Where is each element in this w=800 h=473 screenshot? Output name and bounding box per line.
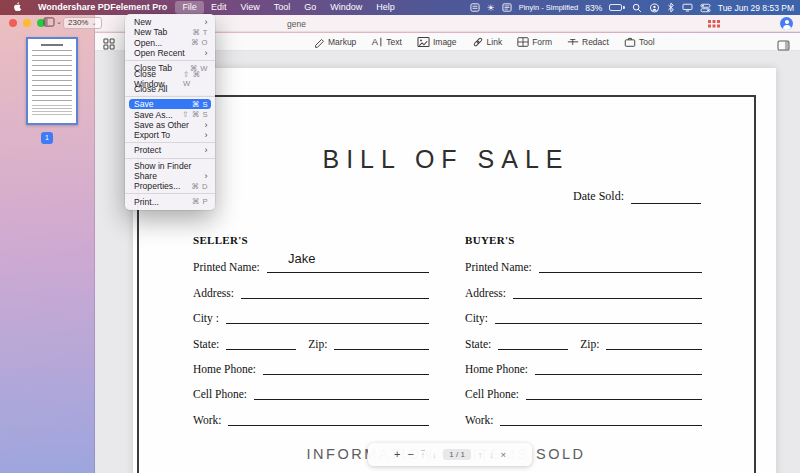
tool-button[interactable]: Tool xyxy=(624,36,655,48)
seller-section: SELLER'S Printed Name: Jake Address: Cit… xyxy=(193,234,429,426)
date-sold-row: Date Sold: xyxy=(573,189,701,204)
redact-button[interactable]: T Redact xyxy=(567,36,609,48)
field-label: Work: xyxy=(465,414,493,426)
desktop: Wondershare PDFelement Pro File Edit Vie… xyxy=(0,0,800,473)
field-line xyxy=(500,424,702,426)
close-navigator-button[interactable]: × xyxy=(500,449,506,460)
field-label: Cell Phone: xyxy=(465,388,519,400)
submenu-arrow-icon: › xyxy=(205,171,209,181)
input-source-label[interactable]: Pinyin - Simplified xyxy=(519,3,579,12)
menu-item-save[interactable]: Save⌘ S xyxy=(129,99,211,109)
menu-window[interactable]: Window xyxy=(323,1,369,14)
markup-button[interactable]: Markup xyxy=(313,36,356,48)
field-label: Printed Name: xyxy=(465,261,532,273)
control-center-icon[interactable] xyxy=(700,3,711,13)
account-avatar[interactable] xyxy=(780,17,793,30)
zoom-in-button[interactable]: + xyxy=(394,449,400,460)
link-icon xyxy=(472,36,484,48)
field-label: Zip: xyxy=(308,338,327,350)
field-label: City : xyxy=(193,312,219,324)
printed-name-text-object[interactable]: Jake xyxy=(288,251,315,266)
field-label: Address: xyxy=(193,287,234,299)
field-line xyxy=(228,424,429,426)
svg-text:A: A xyxy=(372,36,379,47)
form-field-row: Home Phone: xyxy=(465,350,702,375)
form-field-row: Cell Phone: xyxy=(465,375,702,400)
close-window-button[interactable] xyxy=(9,19,17,27)
form-field-row: Cell Phone: xyxy=(193,375,429,400)
thumbnail-panel-toggle[interactable] xyxy=(103,36,115,54)
image-button[interactable]: Image xyxy=(417,36,457,48)
menu-item-open[interactable]: Open...⌘ O xyxy=(125,38,215,48)
text-button[interactable]: A Text xyxy=(371,36,402,48)
right-panel-toggle[interactable] xyxy=(777,37,790,55)
battery-icon[interactable] xyxy=(609,4,625,11)
zoom-level-value: 230% xyxy=(68,18,88,27)
brightness-icon[interactable]: ☀ xyxy=(487,3,495,13)
next-page-button[interactable]: ↓ xyxy=(489,450,493,460)
file-dropdown-menu: New› New Tab⌘ T Open...⌘ O Open Recent› … xyxy=(125,14,215,210)
page-thumbnail[interactable] xyxy=(26,37,78,125)
menu-item-open-recent[interactable]: Open Recent› xyxy=(125,48,215,58)
menu-item-save-as-other[interactable]: Save as Other› xyxy=(125,120,215,130)
spotlight-search-icon[interactable] xyxy=(632,3,642,13)
menu-item-share[interactable]: Share› xyxy=(125,171,215,181)
input-source-icon[interactable] xyxy=(502,3,512,12)
document-title: BILL OF SALE xyxy=(137,145,755,174)
page-number-badge: 1 xyxy=(41,132,53,144)
menu-item-properties[interactable]: Properties...⌘ D xyxy=(125,181,215,191)
menu-edit[interactable]: Edit xyxy=(204,1,234,14)
menu-file[interactable]: File xyxy=(175,1,204,14)
date-sold-line xyxy=(631,202,701,204)
form-field-row: Printed Name: Jake xyxy=(193,248,429,273)
bluetooth-icon[interactable] xyxy=(667,2,675,13)
menu-go[interactable]: Go xyxy=(297,1,323,14)
user-switch-icon[interactable] xyxy=(649,3,660,13)
display-icon[interactable] xyxy=(682,3,693,12)
page-thumbnail-preview xyxy=(32,43,72,117)
chevron-down-icon: ⌄ xyxy=(91,19,96,26)
link-button[interactable]: Link xyxy=(472,36,503,48)
document-tab[interactable]: gene xyxy=(287,19,306,29)
submenu-arrow-icon: › xyxy=(205,130,209,140)
last-page-button[interactable]: ↓ xyxy=(432,450,436,460)
menu-item-export-to[interactable]: Export To› xyxy=(125,130,215,140)
menu-item-show-in-finder[interactable]: Show in Finder xyxy=(125,161,215,171)
menu-item-new[interactable]: New› xyxy=(125,17,215,27)
menu-help[interactable]: Help xyxy=(369,1,402,14)
menu-item-new-tab[interactable]: New Tab⌘ T xyxy=(125,27,215,37)
submenu-arrow-icon: › xyxy=(205,120,209,130)
form-field-row: Work: xyxy=(465,400,702,425)
zoom-out-button[interactable]: − xyxy=(407,449,413,460)
sidebar-toggle-button[interactable]: ⌄ xyxy=(43,17,62,27)
menu-clock[interactable]: Tue Jun 29 8:53 PM xyxy=(718,3,794,13)
apple-menu[interactable] xyxy=(6,1,30,14)
menu-app-name[interactable]: Wondershare PDFelement Pro xyxy=(30,1,175,14)
minimize-window-button[interactable] xyxy=(23,19,31,27)
menu-separator xyxy=(125,96,215,97)
tool-button-group: Markup A Text Image Link Form T Redact xyxy=(313,33,655,51)
first-page-button[interactable]: ↑ xyxy=(421,450,425,459)
submenu-arrow-icon: › xyxy=(205,48,209,58)
submenu-arrow-icon: › xyxy=(205,145,209,155)
menu-item-close-window[interactable]: Close Window⇧ ⌘ W xyxy=(125,73,215,83)
menu-view[interactable]: View xyxy=(233,1,266,14)
menu-item-protect[interactable]: Protect› xyxy=(125,145,215,155)
menu-item-save-as[interactable]: Save As...⇧ ⌘ S xyxy=(125,109,215,119)
previous-page-button[interactable]: ↑ xyxy=(478,450,482,460)
buyer-section: BUYER'S Printed Name: Address: City: Sta… xyxy=(465,234,702,426)
menu-tool[interactable]: Tool xyxy=(267,1,298,14)
pdf-page[interactable]: BILL OF SALE Date Sold: SELLER'S Printed… xyxy=(133,68,776,473)
briefcase-icon xyxy=(624,36,636,48)
form-button[interactable]: Form xyxy=(517,36,552,48)
field-label: City: xyxy=(465,312,488,324)
text-cursor-icon: A xyxy=(371,36,383,48)
app-badge-icon[interactable] xyxy=(470,3,480,12)
menu-status-area: ☀ Pinyin - Simplified 83% Tue Jun 29 8:5… xyxy=(470,2,794,13)
menu-item-print[interactable]: Print...⌘ P xyxy=(125,196,215,206)
field-label: Zip: xyxy=(580,338,599,350)
zoom-level-dropdown[interactable]: 230% ⌄ xyxy=(63,17,102,29)
form-field-row: City: xyxy=(465,299,702,324)
form-table-icon xyxy=(517,36,529,48)
promo-grid-icon[interactable] xyxy=(708,20,720,28)
